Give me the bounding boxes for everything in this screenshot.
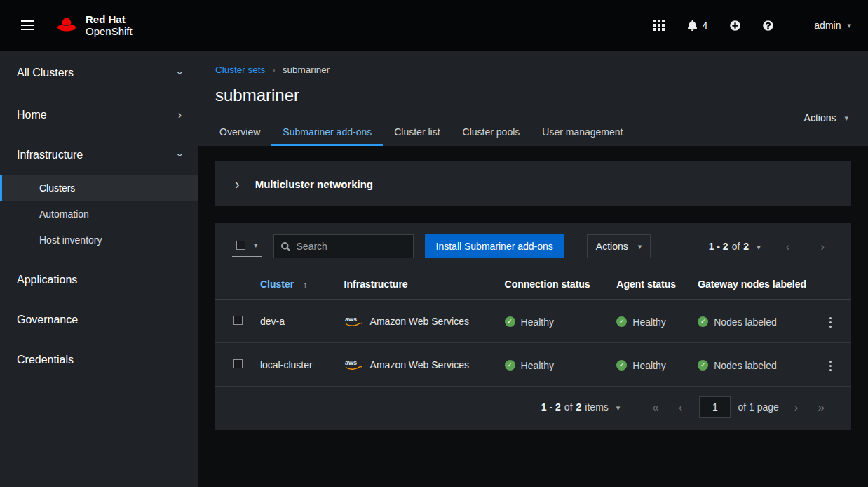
search-box [273,234,414,258]
pagination-of-label: of [732,241,740,252]
aws-icon: aws [344,359,363,371]
row-checkbox[interactable] [233,316,243,325]
tab-label: Cluster list [394,126,440,138]
sidebar-item-label: Host inventory [39,234,102,246]
sidebar-item-governance[interactable]: Governance [0,300,198,340]
pagination-of-label: of [564,401,573,413]
sidebar-toggle-button[interactable] [14,18,41,33]
caret-down-icon: ▾ [847,22,851,29]
chevron-right-icon: › [235,177,240,191]
provider-name: Amazon Web Services [370,316,469,327]
angle-right-icon: › [794,401,799,414]
submariner-addons-card: ▾ Install Submariner add-ons Actions ▾ [215,223,851,430]
main-area: Cluster sets › submariner submariner Act… [198,51,868,487]
sidebar-item-automation[interactable]: Automation [0,201,198,227]
tab-overview[interactable]: Overview [215,119,271,146]
column-header-connection-status[interactable]: Connection status [499,269,611,300]
chevron-down-icon: › [174,71,185,74]
column-header-infrastructure[interactable]: Infrastructure [339,269,499,300]
previous-page-button[interactable]: ‹ [669,399,693,416]
check-circle-icon: ✓ [698,316,708,327]
multicluster-networking-section[interactable]: › Multicluster networking [215,161,851,206]
tab-cluster-list[interactable]: Cluster list [383,119,451,146]
previous-page-button[interactable]: ‹ [776,238,800,255]
sidebar-item-label: Applications [17,274,77,286]
row-checkbox[interactable] [233,359,243,368]
pagination-total: 2 [743,241,749,252]
username: admin [814,20,841,31]
angle-right-icon: › [820,240,825,253]
breadcrumb-current: submariner [283,65,330,75]
tab-label: Submariner add-ons [283,126,372,138]
sidebar-item-label: Credentials [17,354,74,366]
status-text: Healthy [632,316,665,328]
question-circle-icon [763,20,773,31]
sidebar-item-clusters[interactable]: Clusters [0,175,198,201]
chevron-right-icon: › [178,109,182,121]
pagination-menu-toggle[interactable]: ▾ [752,239,765,255]
quick-create-button[interactable] [724,15,746,36]
user-menu-button[interactable]: admin ▾ [814,20,851,31]
column-header-gateway-nodes[interactable]: Gateway nodes labeled [692,269,812,300]
tab-submariner-add-ons[interactable]: Submariner add-ons [271,119,383,146]
items-per-page-toggle[interactable]: ▾ [612,399,625,415]
gateway-nodes-status[interactable]: ✓ Nodes labeled [698,316,777,328]
search-input[interactable] [297,241,406,252]
bulk-select-dropdown[interactable]: ▾ [232,236,262,257]
brand-redhat: Red Hat [86,13,133,25]
column-header-cluster[interactable]: Cluster ↑ [255,269,339,300]
row-kebab-menu[interactable] [824,313,837,332]
sidebar-item-label: Automation [39,208,89,220]
sidebar: All Clusters › Home › Infrastructure › C… [0,51,198,487]
connection-status[interactable]: ✓ Healthy [505,316,554,328]
next-page-button[interactable]: › [811,238,834,255]
row-kebab-menu[interactable] [824,356,837,375]
cluster-switcher-dropdown[interactable]: All Clusters › [0,51,198,95]
breadcrumb: Cluster sets › submariner [215,65,851,75]
sidebar-item-home[interactable]: Home › [0,95,198,135]
column-header-agent-status[interactable]: Agent status [611,269,692,300]
page-actions-label: Actions [804,112,836,124]
first-page-button[interactable]: « [642,399,668,416]
app-launcher-button[interactable] [648,14,670,36]
last-page-button[interactable]: » [808,399,834,416]
infrastructure-subnav: Clusters Automation Host inventory [0,175,198,260]
current-page-input[interactable] [699,396,731,418]
breadcrumb-cluster-sets-link[interactable]: Cluster sets [215,65,265,75]
check-circle-icon: ✓ [616,360,627,371]
app: Red Hat OpenShift 4 [0,0,868,487]
sidebar-item-infrastructure[interactable]: Infrastructure › [0,135,198,175]
connection-status[interactable]: ✓ Healthy [505,360,554,371]
select-all-checkbox[interactable] [236,241,245,250]
check-circle-icon: ✓ [698,360,708,371]
sidebar-item-label: Governance [17,314,78,326]
chevron-down-icon: › [174,153,185,156]
tab-cluster-pools[interactable]: Cluster pools [452,119,531,146]
column-label: Gateway nodes labeled [698,279,806,290]
help-button[interactable] [757,15,779,36]
sort-ascending-icon: ↑ [303,279,308,290]
sidebar-item-credentials[interactable]: Credentials [0,340,198,380]
hamburger-icon [21,25,34,26]
masthead-actions: 4 admin ▾ [648,14,851,36]
table-actions-dropdown[interactable]: Actions ▾ [587,234,651,258]
cluster-name: local-cluster [260,359,313,371]
sidebar-item-applications[interactable]: Applications [0,260,198,300]
next-page-button[interactable]: › [785,399,808,416]
install-submariner-button[interactable]: Install Submariner add-ons [425,234,564,258]
tab-label: Cluster pools [463,126,520,138]
sidebar-item-host-inventory[interactable]: Host inventory [0,227,198,253]
tab-label: Overview [219,126,260,138]
page-actions-dropdown[interactable]: Actions ▾ [804,112,848,124]
svg-text:aws: aws [345,359,357,366]
notifications-button[interactable]: 4 [681,14,714,36]
status-text: Nodes labeled [714,360,777,371]
agent-status[interactable]: ✓ Healthy [616,360,665,371]
tab-user-management[interactable]: User management [531,119,634,146]
gateway-nodes-status[interactable]: ✓ Nodes labeled [698,360,777,371]
check-circle-icon: ✓ [505,360,515,371]
sidebar-item-label: Clusters [39,182,75,194]
agent-status[interactable]: ✓ Healthy [616,316,665,328]
pagination-range: 1 - 2 [541,401,561,413]
breadcrumb-separator-icon: › [272,65,275,75]
